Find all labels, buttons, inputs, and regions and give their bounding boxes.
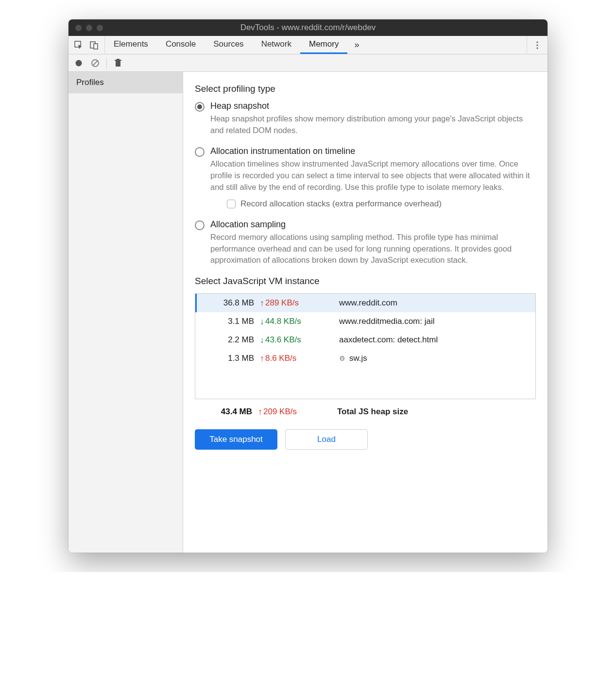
vm-size: 1.3 MB [197,354,260,363]
window-title: DevTools - www.reddit.com/r/webdev [68,23,548,33]
panel-tabs: Elements Console Sources Network Memory … [105,36,366,54]
option-title: Allocation instrumentation on timeline [210,146,536,156]
titlebar: DevTools - www.reddit.com/r/webdev [68,19,548,36]
radio-heap-snapshot[interactable] [195,102,205,112]
traffic-lights [68,25,103,31]
vm-name: www.reddit.com [325,298,530,308]
vm-name: ⚙sw.js [325,354,530,363]
sidebar: Profiles [68,72,183,553]
tab-network[interactable]: Network [253,36,300,54]
vm-total-rate: ↑209 KB/s [258,407,324,417]
vm-rate: ↑289 KB/s [260,298,325,308]
option-title: Heap snapshot [210,101,536,111]
option-desc: Allocation timelines show instrumented J… [210,158,536,193]
arrow-down-icon: ↓ [260,336,264,344]
tab-elements[interactable]: Elements [105,36,157,54]
trash-icon[interactable] [113,58,123,68]
vm-row[interactable]: 1.3 MB ↑8.6 KB/s ⚙sw.js [195,349,535,368]
vm-row[interactable]: 2.2 MB ↓43.6 KB/s aaxdetect.com: detect.… [195,331,535,349]
arrow-down-icon: ↓ [260,317,264,326]
tabs-overflow-button[interactable]: » [347,36,366,54]
vm-size: 2.2 MB [197,335,260,345]
vm-total-label: Total JS heap size [324,407,536,417]
option-desc: Heap snapshot profiles show memory distr… [210,113,536,136]
toggle-device-toolbar-icon[interactable] [89,40,100,51]
close-window-button[interactable] [75,25,82,31]
option-desc: Record memory allocations using sampling… [210,232,536,267]
vm-name: www.redditmedia.com: jail [325,317,530,326]
svg-point-5 [536,47,538,49]
tab-memory[interactable]: Memory [300,36,347,54]
sidebar-item-profiles[interactable]: Profiles [68,72,183,93]
record-icon[interactable] [73,58,84,68]
load-button[interactable]: Load [285,429,368,450]
record-stacks-checkbox[interactable] [227,200,236,208]
vm-total-row: 43.4 MB ↑209 KB/s Total JS heap size [195,401,536,422]
svg-point-3 [536,41,538,43]
option-title: Allocation sampling [210,219,536,230]
zoom-window-button[interactable] [97,25,103,31]
take-snapshot-button[interactable]: Take snapshot [195,429,277,450]
main-panel: Select profiling type Heap snapshot Heap… [183,72,548,553]
vm-rate: ↓44.8 KB/s [260,317,325,326]
toolbar-divider [106,58,107,68]
vm-spacer [195,368,535,399]
vm-name: aaxdetect.com: detect.html [325,335,530,345]
vm-size: 36.8 MB [197,298,260,308]
arrow-up-icon: ↑ [258,407,262,416]
kebab-menu-icon[interactable] [532,40,543,51]
profile-option-timeline[interactable]: Allocation instrumentation on timeline A… [195,146,536,210]
devtools-window: DevTools - www.reddit.com/r/webdev Eleme… [68,19,548,553]
tab-console[interactable]: Console [157,36,205,54]
arrow-up-icon: ↑ [260,354,264,363]
vm-instance-table: 36.8 MB ↑289 KB/s www.reddit.com 3.1 MB … [195,293,536,399]
vm-section-title: Select JavaScript VM instance [195,276,536,287]
tab-sources[interactable]: Sources [205,36,252,54]
memory-toolbar [68,54,548,72]
svg-rect-11 [117,59,120,60]
profile-option-sampling[interactable]: Allocation sampling Record memory alloca… [195,219,536,267]
clear-icon[interactable] [90,58,101,68]
panel-tabstrip: Elements Console Sources Network Memory … [68,36,548,54]
radio-allocation-sampling[interactable] [195,220,205,230]
record-stacks-label: Record allocation stacks (extra performa… [240,199,442,209]
action-buttons: Take snapshot Load [195,429,536,450]
profiling-section-title: Select profiling type [195,84,536,94]
vm-row[interactable]: 36.8 MB ↑289 KB/s www.reddit.com [195,294,535,312]
svg-rect-2 [94,44,98,49]
svg-point-6 [76,60,82,66]
vm-rate: ↓43.6 KB/s [260,335,325,345]
service-worker-icon: ⚙ [339,354,345,362]
svg-point-4 [536,44,538,46]
minimize-window-button[interactable] [86,25,92,31]
vm-total-size: 43.4 MB [195,407,258,417]
svg-rect-10 [115,60,121,61]
vm-rate: ↑8.6 KB/s [260,354,325,363]
svg-rect-9 [116,61,120,67]
vm-size: 3.1 MB [197,317,260,326]
vm-row[interactable]: 3.1 MB ↓44.8 KB/s www.redditmedia.com: j… [195,312,535,331]
svg-line-8 [93,61,98,66]
record-stacks-row[interactable]: Record allocation stacks (extra performa… [227,199,536,209]
radio-allocation-timeline[interactable] [195,147,205,157]
profile-option-heap[interactable]: Heap snapshot Heap snapshot profiles sho… [195,101,536,136]
arrow-up-icon: ↑ [260,299,264,307]
inspect-element-icon[interactable] [73,40,84,51]
